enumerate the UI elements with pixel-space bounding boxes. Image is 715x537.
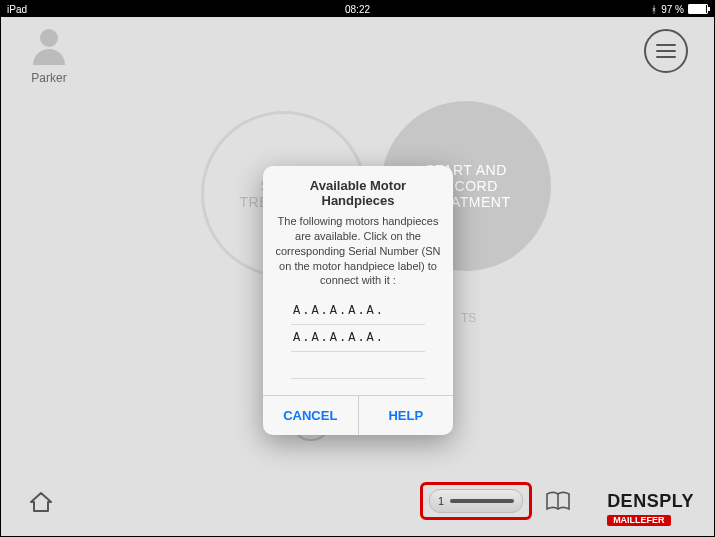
motor-connector-button[interactable]: 1 (420, 482, 532, 520)
dialog-title: Available Motor Handpieces (273, 178, 443, 208)
avatar-icon (27, 23, 71, 67)
connector-index: 1 (438, 495, 444, 507)
serial-number-list: A.A.A.A.A. A.A.A.A.A. (263, 298, 453, 395)
bluetooth-icon: ᚼ (651, 4, 657, 15)
available-handpieces-dialog: Available Motor Handpieces The following… (263, 166, 453, 435)
battery-icon (688, 4, 708, 14)
svg-point-0 (40, 29, 58, 47)
status-bar: iPad 08:22 ᚼ 97 % (1, 1, 714, 17)
serial-number-item[interactable] (291, 352, 425, 379)
probe-icon (450, 499, 514, 503)
cancel-button[interactable]: CANCEL (263, 396, 359, 435)
brand-sub: MAILLEFER (607, 515, 671, 526)
status-device: iPad (7, 4, 27, 15)
manual-button[interactable] (544, 490, 572, 518)
help-button[interactable]: HELP (359, 396, 454, 435)
profile[interactable]: Parker (27, 23, 71, 85)
dialog-actions: CANCEL HELP (263, 395, 453, 435)
serial-number-item[interactable]: A.A.A.A.A. (291, 325, 425, 352)
brand-logo: DENSPLY MAILLEFER (607, 492, 694, 526)
brand-name: DENSPLY (607, 492, 694, 510)
status-battery-pct: 97 % (661, 4, 684, 15)
profile-name: Parker (27, 71, 71, 85)
menu-button[interactable] (644, 29, 688, 73)
serial-number-item[interactable]: A.A.A.A.A. (291, 298, 425, 325)
patients-list-item[interactable]: TS (461, 311, 476, 325)
hamburger-icon (656, 44, 676, 46)
dialog-body: The following motors handpieces are avai… (275, 214, 441, 288)
home-button[interactable] (27, 488, 55, 520)
status-time: 08:22 (345, 4, 370, 15)
